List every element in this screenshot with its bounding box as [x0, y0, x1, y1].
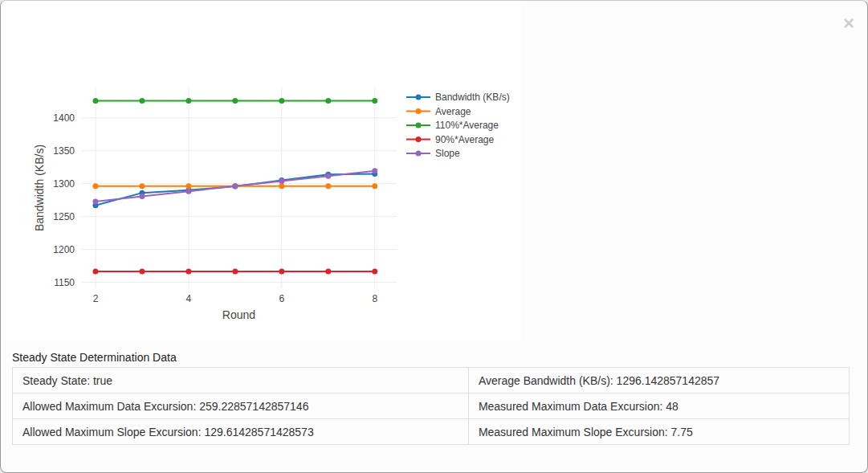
legend-label: Average	[435, 106, 471, 117]
table-cell-average-bandwidth: Average Bandwidth (KB/s): 1296.142857142…	[468, 368, 849, 393]
table-cell-measured-data-excursion: Measured Maximum Data Excursion: 48	[468, 393, 849, 419]
steady-state-modal: × 1150120012501300135014002468Bandwidth …	[0, 0, 868, 473]
data-point	[139, 269, 145, 275]
legend-label: Slope	[435, 148, 460, 159]
data-point	[185, 269, 191, 275]
table-row: Allowed Maximum Slope Excursion: 129.614…	[13, 419, 850, 445]
data-point	[232, 98, 238, 104]
x-tick-label: 2	[93, 293, 99, 304]
data-point	[279, 98, 284, 104]
table-cell-allowed-data-excursion: Allowed Maximum Data Excursion: 259.2285…	[13, 393, 469, 419]
series-line	[96, 173, 375, 205]
legend-item[interactable]: Bandwidth (KB/s)	[406, 92, 510, 103]
y-tick-label: 1400	[53, 112, 75, 124]
data-point	[185, 189, 191, 194]
data-point	[279, 183, 284, 189]
legend-item[interactable]: 110%*Average	[406, 120, 499, 131]
table-cell-steady-state: Steady State: true	[13, 368, 469, 393]
legend-dot-swatch	[416, 137, 422, 142]
data-point	[92, 183, 98, 189]
data-point	[92, 269, 98, 275]
data-point	[139, 98, 145, 104]
legend-dot-swatch	[416, 95, 422, 100]
y-tick-label: 1150	[54, 277, 75, 288]
data-point	[325, 173, 331, 179]
y-tick-label: 1250	[53, 211, 75, 222]
legend-label: 110%*Average	[435, 120, 499, 131]
data-point	[232, 269, 238, 275]
data-point	[92, 98, 98, 104]
x-axis-title: Round	[222, 308, 255, 321]
table-cell-measured-slope-excursion: Measured Maximum Slope Excursion: 7.75	[468, 419, 849, 445]
table-row: Steady State: true Average Bandwidth (KB…	[13, 368, 850, 393]
y-axis-title: Bandwidth (KB/s)	[33, 145, 46, 231]
data-point	[139, 183, 145, 189]
legend-dot-swatch	[416, 108, 422, 114]
data-point	[279, 178, 284, 184]
steady-state-table: Steady State: true Average Bandwidth (KB…	[12, 367, 850, 445]
y-tick-label: 1350	[53, 145, 75, 157]
legend-item[interactable]: Slope	[406, 148, 460, 159]
chart-plot-area: 1150120012501300135014002468Bandwidth (K…	[1, 1, 521, 340]
legend-item[interactable]: 90%*Average	[406, 134, 494, 145]
table-row: Allowed Maximum Data Excursion: 259.2285…	[13, 393, 850, 419]
data-point	[185, 98, 191, 104]
legend-dot-swatch	[416, 123, 422, 128]
section-title: Steady State Determination Data	[12, 351, 177, 364]
legend-dot-swatch	[416, 151, 422, 157]
x-tick-label: 6	[279, 293, 284, 304]
bandwidth-chart: 1150120012501300135014002468Bandwidth (K…	[1, 1, 521, 340]
x-tick-label: 4	[186, 293, 192, 304]
data-point	[372, 98, 377, 104]
table-cell-allowed-slope-excursion: Allowed Maximum Slope Excursion: 129.614…	[13, 419, 469, 445]
close-icon[interactable]: ×	[843, 14, 854, 33]
y-tick-label: 1300	[53, 178, 75, 190]
data-point	[139, 194, 145, 199]
data-point	[325, 183, 331, 189]
legend-label: Bandwidth (KB/s)	[435, 92, 510, 103]
data-point	[372, 269, 377, 275]
data-point	[92, 198, 98, 204]
data-point	[325, 269, 331, 275]
legend-label: 90%*Average	[435, 134, 494, 145]
legend-item[interactable]: Average	[406, 106, 471, 117]
data-point	[279, 269, 284, 275]
y-tick-label: 1200	[53, 244, 75, 255]
data-point	[185, 183, 191, 189]
data-point	[325, 98, 331, 104]
data-point	[372, 168, 377, 173]
data-point	[232, 183, 238, 189]
x-tick-label: 8	[372, 293, 377, 304]
data-point	[372, 183, 377, 189]
